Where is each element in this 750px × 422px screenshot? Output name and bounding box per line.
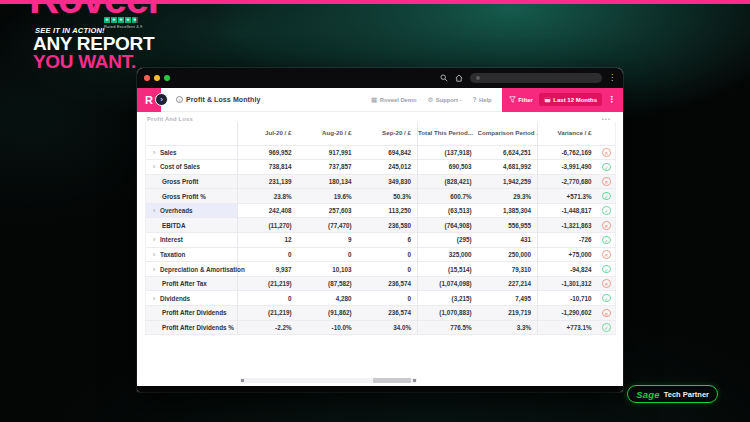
row-label-cell[interactable]: ›Depreciation & Amortisation	[146, 262, 238, 277]
row-label: EBITDA	[150, 222, 185, 229]
cell-value: 236,580	[358, 218, 418, 233]
scroll-right-arrow[interactable]	[413, 379, 416, 382]
chevron-right-icon[interactable]: ›	[150, 295, 160, 302]
chevron-right-icon[interactable]: ›	[150, 251, 160, 258]
date-range-button[interactable]: Last 12 Months	[539, 93, 602, 106]
cell-value: (15,514)	[418, 262, 478, 277]
cell-value: 694,842	[358, 145, 418, 160]
app-header: R › i Profit & Loss Monthly ▦Roveel Demo…	[137, 88, 623, 112]
row-label-cell: Profit After Dividends	[146, 306, 238, 321]
status-bad-icon: ✕	[602, 279, 611, 288]
table-row[interactable]: ›Interest1296(295)431-726✓	[146, 233, 616, 248]
cell-value: -1,321,863	[538, 218, 598, 233]
toolbar-menu-icon[interactable]: ⋮	[608, 95, 616, 105]
column-header[interactable]: Jul-20 / £	[238, 122, 298, 145]
status-cell: ✕	[598, 247, 616, 262]
cell-value: (1,070,883)	[418, 306, 478, 321]
status-good-icon: ✓	[602, 163, 611, 172]
filter-button[interactable]: Filter	[509, 96, 533, 103]
row-label-cell[interactable]: ›Cost of Sales	[146, 160, 238, 175]
cell-value: (21,219)	[238, 306, 298, 321]
cell-value: 556,955	[478, 218, 538, 233]
row-label-cell[interactable]: ›Sales	[146, 145, 238, 160]
sidebar-toggle-button[interactable]: ›	[155, 93, 168, 106]
help-icon: ?	[473, 96, 477, 103]
cell-value: 737,857	[298, 160, 358, 175]
cell-value: -726	[538, 233, 598, 248]
table-row[interactable]: ›Dividends04,2800(3,215)7,495-10,710✓	[146, 291, 616, 306]
minimize-window-button[interactable]	[154, 75, 160, 81]
chevron-right-icon[interactable]: ›	[150, 236, 160, 243]
row-label-cell: Gross Profit %	[146, 189, 238, 204]
cell-value: -6,762,169	[538, 145, 598, 160]
cell-value: 3.3%	[478, 320, 538, 335]
report-content: Profit And Loss ••• Jul-20 / £Aug-20 / £…	[137, 112, 623, 386]
table-row[interactable]: ›Depreciation & Amortisation9,93710,1030…	[146, 262, 616, 277]
column-header[interactable]: Aug-20 / £	[298, 122, 358, 145]
table-row[interactable]: ›Cost of Sales738,814737,857245,012690,5…	[146, 160, 616, 175]
chevron-right-icon[interactable]: ›	[150, 163, 160, 170]
nav-item-label: Roveel Demo	[380, 97, 417, 103]
close-window-button[interactable]	[144, 75, 150, 81]
browser-menu-icon[interactable]: ⋮	[608, 73, 616, 83]
cell-value: (764,908)	[418, 218, 478, 233]
zoom-window-button[interactable]	[164, 75, 170, 81]
column-header-label	[146, 122, 238, 145]
status-good-icon: ✓	[602, 236, 611, 245]
cell-value: 0	[358, 247, 418, 262]
row-label-cell[interactable]: ›Overheads	[146, 203, 238, 218]
column-header[interactable]: Total This Period...	[418, 122, 478, 145]
row-label: Taxation	[160, 251, 185, 258]
home-icon[interactable]	[454, 73, 464, 83]
cell-value: -10,710	[538, 291, 598, 306]
table-row[interactable]: ›Sales969,952917,991694,842(137,918)6,62…	[146, 145, 616, 160]
cell-value: (63,513)	[418, 203, 478, 218]
nav-item-support[interactable]: ⚙Support ·	[428, 96, 462, 103]
horizontal-scrollbar[interactable]	[240, 378, 417, 383]
url-favicon	[476, 76, 480, 80]
cell-value: 19.6%	[298, 189, 358, 204]
status-cell: ✓	[598, 291, 616, 306]
top-accent-strip	[0, 0, 750, 4]
status-cell: ✕	[598, 306, 616, 321]
table-row: Gross Profit231,139180,134349,830(828,42…	[146, 174, 616, 189]
cell-value: 250,000	[478, 247, 538, 262]
column-header[interactable]: Variance / £	[538, 122, 598, 145]
table-row[interactable]: ›Taxation000325,000250,000+75,000✕	[146, 247, 616, 262]
info-icon[interactable]: i	[176, 96, 183, 103]
scrollbar-thumb[interactable]	[373, 378, 411, 383]
scroll-left-arrow[interactable]	[241, 379, 244, 382]
status-good-icon: ✓	[602, 206, 611, 215]
settings-icon: ⚙	[428, 96, 434, 103]
cell-value: (828,421)	[418, 174, 478, 189]
cell-value: +773.1%	[538, 320, 598, 335]
nav-item-roveel-demo[interactable]: ▦Roveel Demo	[371, 96, 416, 103]
chevron-right-icon[interactable]: ›	[150, 207, 160, 214]
search-icon[interactable]	[439, 73, 449, 83]
table-row[interactable]: ›Overheads242,408257,603113,250(63,513)1…	[146, 203, 616, 218]
cell-value: (91,862)	[298, 306, 358, 321]
column-header[interactable]: Sep-20 / £	[358, 122, 418, 145]
row-label-cell[interactable]: ›Interest	[146, 233, 238, 248]
chevron-right-icon[interactable]: ›	[150, 266, 160, 273]
row-label: Profit After Dividends	[150, 309, 227, 316]
row-label-cell[interactable]: ›Taxation	[146, 247, 238, 262]
cell-value: 4,681,992	[478, 160, 538, 175]
cell-value: 0	[238, 247, 298, 262]
star-icon: ★	[111, 17, 117, 23]
cell-value: 776.5%	[418, 320, 478, 335]
column-header[interactable]: Comparison Period ...	[478, 122, 538, 145]
filter-icon	[509, 96, 516, 103]
cell-value: (1,074,098)	[418, 276, 478, 291]
status-cell: ✓	[598, 189, 616, 204]
nav-item-help[interactable]: ?Help	[473, 96, 492, 103]
chevron-right-icon[interactable]: ›	[150, 149, 160, 156]
status-cell: ✕	[598, 218, 616, 233]
rating-caption: Rated Excellent 4.9	[104, 24, 143, 29]
row-label-cell[interactable]: ›Dividends	[146, 291, 238, 306]
cell-value: 257,603	[298, 203, 358, 218]
cell-value: 9	[298, 233, 358, 248]
table-row: Profit After Tax(21,219)(87,582)236,574(…	[146, 276, 616, 291]
url-bar[interactable]	[470, 73, 602, 83]
cell-value: (77,470)	[298, 218, 358, 233]
